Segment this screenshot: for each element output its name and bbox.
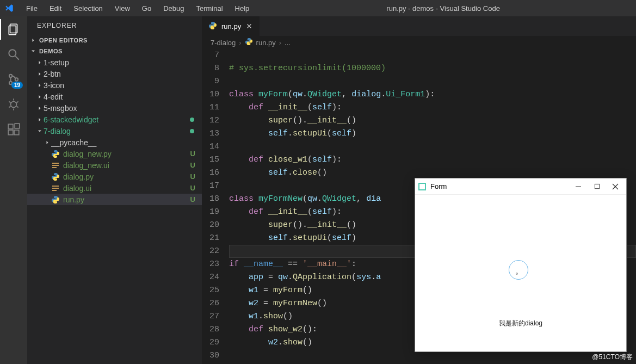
tree-folder[interactable]: 2-btn xyxy=(27,68,202,79)
git-modified-dot-icon xyxy=(190,118,194,122)
maximize-icon[interactable] xyxy=(592,182,601,191)
tree-label: dialog.ui xyxy=(63,184,190,193)
ui-file-icon xyxy=(51,184,60,193)
svg-point-2 xyxy=(9,50,16,57)
watermark: @51CTO博客 xyxy=(592,353,633,362)
form-app-icon xyxy=(418,183,426,190)
editor-tabs: run.py xyxy=(202,16,636,36)
close-icon[interactable] xyxy=(245,22,253,30)
code-line[interactable]: self.setupUi(self) xyxy=(229,127,636,140)
window-title: run.py - demos - Visual Studio Code xyxy=(255,4,632,13)
ui-file-icon xyxy=(51,161,60,170)
git-status-badge: U xyxy=(190,172,195,181)
file-tree: 1-setup2-btn3-icon4-edit5-msgbox6-stacke… xyxy=(27,57,202,364)
svg-line-11 xyxy=(9,106,10,107)
tree-file[interactable]: run.pyU xyxy=(27,194,202,205)
tree-folder[interactable]: 1-setup xyxy=(27,57,202,68)
section-label: DEMOS xyxy=(39,48,63,54)
chevron-down-icon xyxy=(29,47,37,55)
svg-line-3 xyxy=(15,56,19,60)
svg-rect-15 xyxy=(8,130,13,135)
svg-rect-21 xyxy=(595,184,599,188)
git-badge: 19 xyxy=(11,82,23,89)
python-icon xyxy=(51,195,60,204)
tree-label: 7-dialog xyxy=(44,127,190,135)
minimize-icon[interactable] xyxy=(574,182,583,191)
code-line[interactable]: # sys.setrecursionlimit(1000000) xyxy=(229,62,636,75)
code-line[interactable]: super().__init__() xyxy=(229,114,636,127)
code-line[interactable] xyxy=(229,75,636,88)
tree-label: dialog_new.py xyxy=(63,150,190,158)
svg-line-10 xyxy=(16,102,18,103)
git-status-badge: U xyxy=(190,161,195,169)
git-status-badge: U xyxy=(190,150,195,158)
menu-go[interactable]: Go xyxy=(137,2,157,15)
form-dialog-window[interactable]: Form 我是新的dialog xyxy=(415,178,627,352)
svg-line-9 xyxy=(9,102,10,103)
git-status-badge: U xyxy=(190,184,195,192)
breadcrumb-file[interactable]: run.py xyxy=(256,39,276,47)
tree-label: 2-btn xyxy=(44,70,202,78)
chevron-right-icon xyxy=(36,104,44,112)
menu-debug[interactable]: Debug xyxy=(158,2,189,15)
chevron-right-icon: › xyxy=(279,39,281,47)
tree-label: 5-msgbox xyxy=(44,104,202,113)
git-status-badge: U xyxy=(190,195,195,203)
code-line[interactable]: class myForm(qw.QWidget, dialog.Ui_Form1… xyxy=(229,88,636,101)
menu-view[interactable]: View xyxy=(109,2,135,15)
workspace-section[interactable]: DEMOS xyxy=(27,46,202,57)
chevron-right-icon xyxy=(29,36,37,44)
section-label: OPEN EDITORS xyxy=(39,37,88,44)
svg-point-6 xyxy=(15,78,18,81)
svg-rect-14 xyxy=(8,124,13,129)
code-line[interactable] xyxy=(229,49,636,62)
close-icon[interactable] xyxy=(611,182,620,191)
chevron-right-icon xyxy=(36,82,44,89)
chevron-right-icon xyxy=(44,139,51,146)
menu-edit[interactable]: Edit xyxy=(44,2,67,15)
svg-line-12 xyxy=(16,106,18,107)
breadcrumb[interactable]: 7-dialog › run.py › ... xyxy=(202,36,636,49)
code-line[interactable]: def __init__(self): xyxy=(229,101,636,114)
tree-folder[interactable]: 5-msgbox xyxy=(27,102,202,114)
git-modified-dot-icon xyxy=(190,129,194,133)
breadcrumb-more[interactable]: ... xyxy=(285,39,291,47)
tree-label: dialog.py xyxy=(63,172,190,181)
search-icon[interactable] xyxy=(6,47,21,62)
line-gutter: 7891011121314151617181920212223242526272… xyxy=(202,49,229,364)
menu-terminal[interactable]: Terminal xyxy=(190,2,228,15)
menu-file[interactable]: File xyxy=(21,2,43,15)
tree-folder[interactable]: 7-dialog xyxy=(27,125,202,137)
svg-point-7 xyxy=(11,102,17,108)
code-line[interactable] xyxy=(229,140,636,153)
python-icon xyxy=(51,172,60,181)
code-line[interactable]: def close_w1(self): xyxy=(229,153,636,166)
chevron-right-icon xyxy=(36,116,44,124)
vscode-logo-icon xyxy=(4,3,14,13)
tree-file[interactable]: dialog_new.pyU xyxy=(27,148,202,159)
menu-selection[interactable]: Selection xyxy=(68,2,108,15)
tree-label: 6-stackedwidget xyxy=(44,115,190,124)
svg-rect-16 xyxy=(14,130,19,135)
chevron-down-icon xyxy=(36,127,44,135)
open-editors-section[interactable]: OPEN EDITORS xyxy=(27,35,202,46)
breadcrumb-folder[interactable]: 7-dialog xyxy=(211,39,236,47)
explorer-sidebar: EXPLORER OPEN EDITORS DEMOS 1-setup2-btn… xyxy=(27,16,202,364)
explorer-icon[interactable] xyxy=(6,22,21,37)
git-icon[interactable]: 19 xyxy=(6,72,21,87)
tree-folder[interactable]: 4-edit xyxy=(27,91,202,102)
tree-file[interactable]: dialog.uiU xyxy=(27,182,202,194)
tree-file[interactable]: __pycache__ xyxy=(27,137,202,148)
tab-run-py[interactable]: run.py xyxy=(202,16,260,36)
tree-file[interactable]: dialog.pyU xyxy=(27,171,202,182)
menu-help[interactable]: Help xyxy=(230,2,255,15)
tree-folder[interactable]: 3-icon xyxy=(27,79,202,91)
form-titlebar[interactable]: Form xyxy=(415,178,626,195)
debug-icon[interactable] xyxy=(6,97,21,112)
extensions-icon[interactable] xyxy=(6,122,21,137)
tree-file[interactable]: dialog_new.uiU xyxy=(27,159,202,171)
form-title: Form xyxy=(430,182,574,190)
chevron-right-icon xyxy=(36,59,44,66)
python-icon xyxy=(208,21,217,32)
tree-folder[interactable]: 6-stackedwidget xyxy=(27,114,202,125)
